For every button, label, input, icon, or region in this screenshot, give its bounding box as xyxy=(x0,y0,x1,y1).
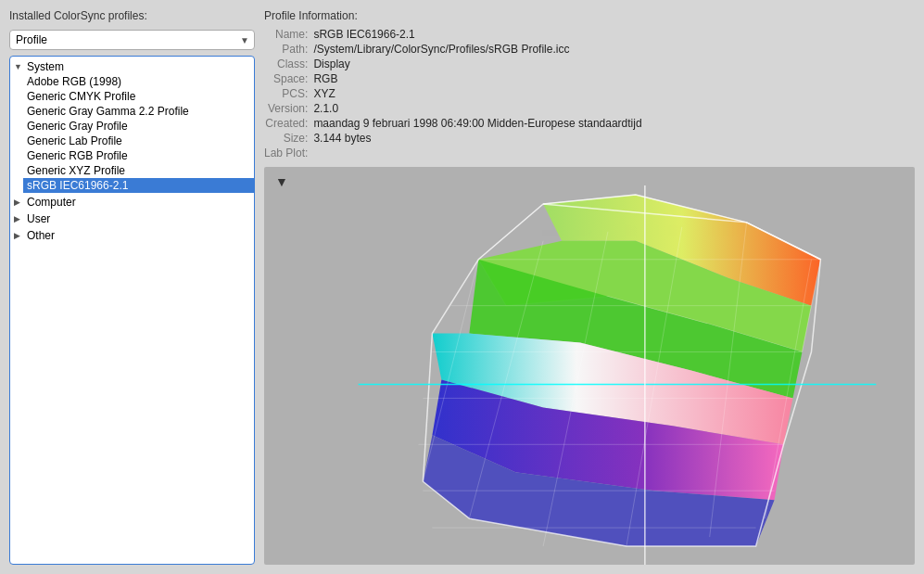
tree-item-system[interactable]: ▼ System Adobe RGB (1998) Generic CMYK P… xyxy=(10,58,254,194)
profile-dropdown-wrapper: Profile ▼ xyxy=(9,30,255,50)
tree-item-srgb[interactable]: sRGB IEC61966-2.1 xyxy=(23,178,254,193)
version-value: 2.1.0 xyxy=(313,102,915,115)
profile-tree: ▼ System Adobe RGB (1998) Generic CMYK P… xyxy=(9,56,255,565)
tree-item-generic-gray-gamma[interactable]: Generic Gray Gamma 2.2 Profile xyxy=(23,104,254,119)
class-label: Class: xyxy=(264,57,308,70)
tree-toggle-other: ▶ xyxy=(14,231,27,240)
version-label: Version: xyxy=(264,102,308,115)
tree-item-computer[interactable]: ▶ Computer xyxy=(10,194,254,210)
tree-toggle-system: ▼ xyxy=(14,62,27,71)
tree-item-generic-cmyk[interactable]: Generic CMYK Profile xyxy=(23,89,254,104)
name-label: Name: xyxy=(264,28,308,41)
installed-profiles-title: Installed ColorSync profiles: xyxy=(9,9,255,22)
pcs-label: PCS: xyxy=(264,87,308,100)
path-label: Path: xyxy=(264,43,308,56)
tree-toggle-user: ▶ xyxy=(14,214,27,223)
tree-label-other: Other xyxy=(27,229,250,242)
class-value: Display xyxy=(313,57,915,70)
tree-label-system: System xyxy=(27,60,250,73)
tree-item-generic-lab[interactable]: Generic Lab Profile xyxy=(23,134,254,148)
tree-item-other[interactable]: ▶ Other xyxy=(10,227,254,244)
size-value: 3.144 bytes xyxy=(313,132,915,145)
path-value: /System/Library/ColorSync/Profiles/sRGB … xyxy=(313,43,915,56)
space-label: Space: xyxy=(264,72,308,85)
lab-plot-container: ▼ xyxy=(264,167,915,565)
gamut-visualization xyxy=(264,167,915,565)
pcs-value: XYZ xyxy=(313,87,915,100)
name-value: sRGB IEC61966-2.1 xyxy=(313,28,915,41)
tree-item-generic-xyz[interactable]: Generic XYZ Profile xyxy=(23,163,254,178)
created-label: Created: xyxy=(264,117,308,130)
tree-item-user[interactable]: ▶ User xyxy=(10,210,254,227)
size-label: Size: xyxy=(264,132,308,145)
tree-label-user: User xyxy=(27,212,250,225)
lab-plot-label: Lab Plot: xyxy=(264,147,308,159)
tree-toggle-computer: ▶ xyxy=(14,198,27,207)
info-grid: Name: sRGB IEC61966-2.1 Path: /System/Li… xyxy=(264,28,915,159)
left-panel: Installed ColorSync profiles: Profile ▼ … xyxy=(9,9,255,565)
tree-children-system: Adobe RGB (1998) Generic CMYK Profile Ge… xyxy=(10,74,254,193)
profile-dropdown[interactable]: Profile xyxy=(9,30,255,50)
space-value: RGB xyxy=(313,72,915,85)
right-panel: Profile Information: Name: sRGB IEC61966… xyxy=(264,9,915,565)
tree-label-computer: Computer xyxy=(27,196,250,209)
tree-item-generic-rgb[interactable]: Generic RGB Profile xyxy=(23,148,254,163)
tree-item-adobe-rgb[interactable]: Adobe RGB (1998) xyxy=(23,74,254,89)
lab-plot-value xyxy=(313,147,915,159)
tree-item-generic-gray[interactable]: Generic Gray Profile xyxy=(23,119,254,134)
profile-info-title: Profile Information: xyxy=(264,9,915,22)
created-value: maandag 9 februari 1998 06:49:00 Midden-… xyxy=(313,117,915,130)
